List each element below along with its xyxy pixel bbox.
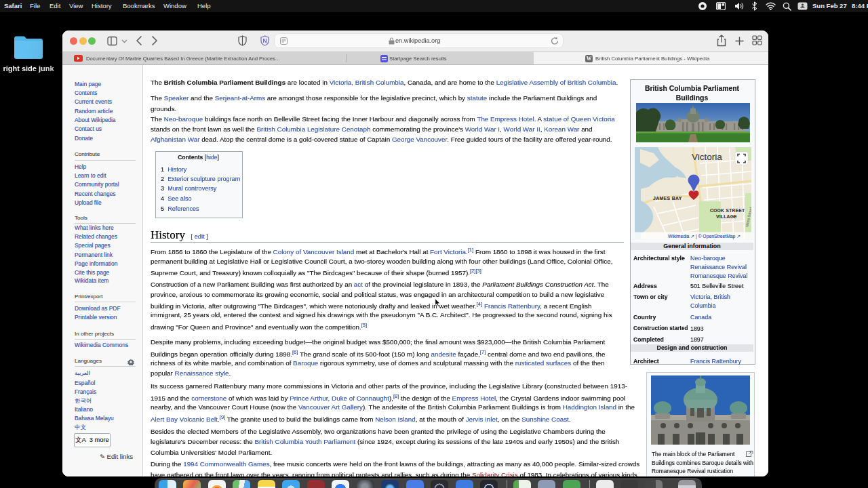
svg-text:Victoria: Victoria [692,152,722,162]
svg-text:COOK STREET: COOK STREET [710,208,745,213]
svg-text:N: N [262,37,267,44]
svg-text:JAMES BAY: JAMES BAY [653,196,682,201]
svg-text:VILLAGE: VILLAGE [716,214,737,219]
svg-text:W: W [587,56,592,62]
svg-text:Wikimedia ↗ | © OpenStreetMap: Wikimedia ↗ | © OpenStreetMap ↗ [668,234,741,239]
